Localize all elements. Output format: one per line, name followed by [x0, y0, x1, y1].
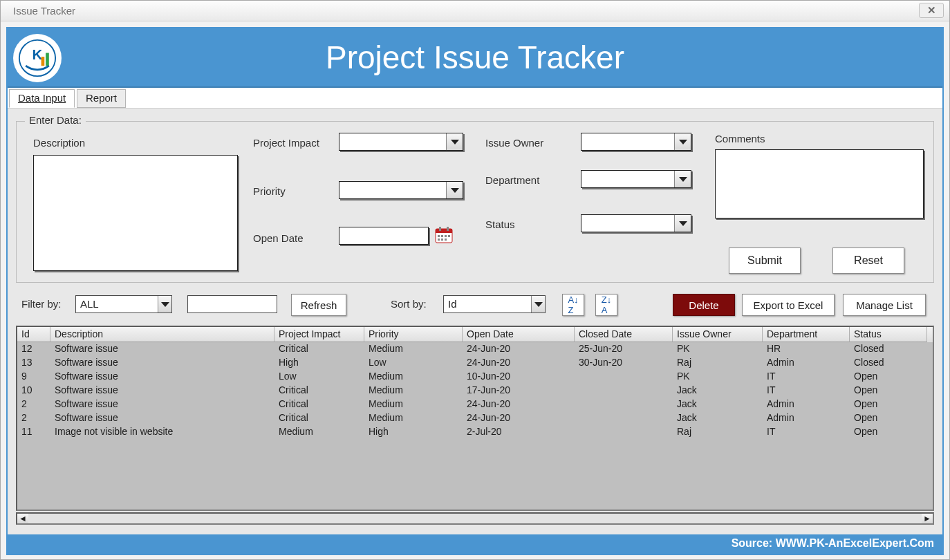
table-cell: Low [274, 370, 364, 384]
table-row[interactable]: 2Software issueCriticalMedium24-Jun-20Ja… [17, 411, 933, 425]
table-cell: 17-Jun-20 [463, 384, 575, 398]
chevron-down-icon[interactable] [674, 171, 691, 187]
table-row[interactable]: 11Image not visible in websiteMediumHigh… [17, 425, 933, 439]
col-closed-date[interactable]: Closed Date [575, 327, 673, 342]
calendar-icon[interactable] [434, 225, 454, 245]
col-project-impact[interactable]: Project Impact [274, 327, 364, 342]
chevron-down-icon[interactable] [674, 215, 691, 232]
window: Issue Tracker ✕ K Project Issue Tracker … [0, 0, 950, 560]
table-cell: Low [364, 356, 463, 370]
open-date-input[interactable] [339, 227, 429, 245]
table-cell [575, 384, 673, 398]
table-row[interactable]: 2Software issueCriticalMedium24-Jun-20Ja… [17, 398, 933, 411]
table-row[interactable]: 10Software issueCriticalMedium17-Jun-20J… [17, 384, 933, 398]
sort-desc-button[interactable]: Z↓A [595, 294, 617, 316]
department-combo[interactable] [581, 170, 691, 188]
description-input[interactable] [33, 155, 238, 271]
description-label: Description [33, 137, 85, 149]
chevron-down-icon[interactable] [446, 182, 463, 198]
submit-button[interactable]: Submit [729, 248, 801, 274]
tab-label: Report [86, 92, 117, 104]
group-legend: Enter Data: [25, 114, 86, 126]
table-cell: 11 [17, 425, 50, 439]
priority-combo[interactable] [339, 181, 463, 199]
reset-button[interactable]: Reset [832, 248, 904, 274]
scroll-right-icon[interactable]: ► [922, 514, 933, 523]
svg-rect-5 [436, 229, 452, 233]
col-issue-owner[interactable]: Issue Owner [673, 327, 763, 342]
table-row[interactable]: 12Software issueCriticalMedium24-Jun-202… [17, 342, 933, 356]
col-id[interactable]: Id [17, 327, 50, 342]
issue-owner-combo[interactable] [581, 133, 691, 151]
table-cell: 9 [17, 370, 50, 384]
status-label: Status [485, 218, 515, 230]
col-status[interactable]: Status [850, 327, 927, 342]
project-impact-label: Project Impact [253, 137, 319, 149]
table-cell: Admin [763, 356, 850, 370]
table-cell: Raj [673, 425, 763, 439]
titlebar: Issue Tracker ✕ [1, 1, 949, 21]
table-cell: Software issue [50, 398, 274, 411]
chevron-down-icon[interactable] [158, 296, 171, 312]
svg-text:K: K [32, 46, 43, 62]
chevron-down-icon[interactable] [531, 296, 545, 312]
manage-list-button[interactable]: Manage List [843, 294, 926, 316]
col-open-date[interactable]: Open Date [463, 327, 575, 342]
svg-rect-13 [441, 239, 443, 241]
horizontal-scrollbar[interactable]: ◄ ► [16, 512, 934, 525]
filter-text-input[interactable] [187, 295, 277, 313]
col-department[interactable]: Department [763, 327, 850, 342]
issue-listview[interactable]: Id Description Project Impact Priority O… [16, 326, 934, 511]
table-cell: Medium [364, 411, 463, 425]
status-combo[interactable] [581, 214, 691, 232]
col-priority[interactable]: Priority [364, 327, 463, 342]
issue-owner-label: Issue Owner [485, 137, 543, 149]
project-impact-combo[interactable] [339, 133, 463, 151]
scroll-left-icon[interactable]: ◄ [17, 514, 28, 523]
table-row[interactable]: 13Software issueHighLow24-Jun-2030-Jun-2… [17, 356, 933, 370]
enter-data-group: Enter Data: Description Project Impact P… [16, 121, 934, 283]
table-cell: 24-Jun-20 [463, 411, 575, 425]
listview-body: 12Software issueCriticalMedium24-Jun-202… [17, 342, 933, 439]
svg-rect-11 [448, 235, 450, 237]
table-cell: Jack [673, 411, 763, 425]
table-cell: PK [673, 342, 763, 356]
table-cell: Open [850, 398, 927, 411]
table-cell: 24-Jun-20 [463, 342, 575, 356]
table-cell: 13 [17, 356, 50, 370]
sort-by-combo[interactable]: Id [443, 295, 546, 313]
table-cell: Open [850, 384, 927, 398]
sort-asc-button[interactable]: A↓Z [562, 294, 584, 316]
chevron-down-icon[interactable] [674, 133, 691, 150]
tab-data-input[interactable]: Data Input [9, 89, 75, 108]
tab-report[interactable]: Report [77, 89, 126, 108]
export-excel-button[interactable]: Export to Excel [742, 294, 835, 316]
table-cell: Medium [364, 370, 463, 384]
comments-label: Comments [715, 133, 765, 144]
comments-input[interactable] [715, 149, 924, 218]
table-cell: 24-Jun-20 [463, 356, 575, 370]
table-cell: 2 [17, 398, 50, 411]
delete-button[interactable]: Delete [673, 294, 735, 316]
listview-header: Id Description Project Impact Priority O… [17, 327, 933, 342]
filter-by-combo[interactable]: ALL [75, 295, 172, 313]
table-cell: Critical [274, 342, 364, 356]
table-cell: Software issue [50, 370, 274, 384]
refresh-button[interactable]: Refresh [291, 294, 346, 316]
svg-rect-10 [445, 235, 447, 237]
table-cell: Open [850, 411, 927, 425]
table-cell: 10 [17, 384, 50, 398]
button-label: Refresh [301, 299, 337, 311]
col-description[interactable]: Description [50, 327, 274, 342]
chevron-down-icon[interactable] [446, 133, 463, 150]
table-cell: Medium [364, 384, 463, 398]
table-cell: IT [763, 370, 850, 384]
priority-label: Priority [253, 185, 286, 197]
table-row[interactable]: 9Software issueLowMedium10-Jun-20PKITOpe… [17, 370, 933, 384]
table-cell: 2 [17, 411, 50, 425]
close-icon[interactable]: ✕ [919, 3, 944, 18]
table-cell: Software issue [50, 384, 274, 398]
sort-value: Id [448, 298, 457, 310]
button-label: Reset [854, 254, 883, 267]
table-cell: HR [763, 342, 850, 356]
